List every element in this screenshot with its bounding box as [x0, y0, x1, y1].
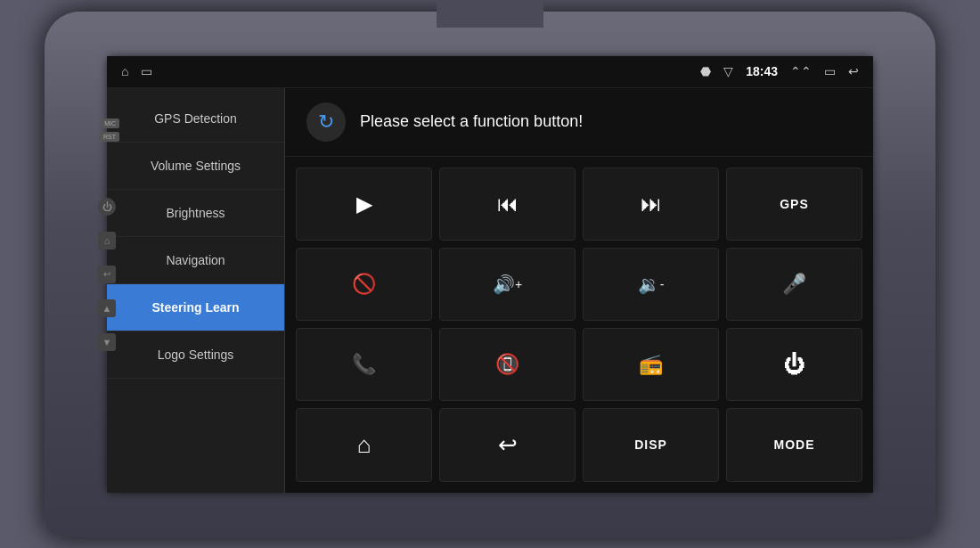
rst-label: RST — [100, 132, 119, 142]
main-content: GPS Detection Volume Settings Brightness… — [107, 88, 873, 493]
sidebar-item-navigation[interactable]: Navigation — [107, 237, 284, 284]
right-panel: ↻ Please select a function button! ▶ ⏮ ⏭… — [285, 88, 873, 493]
play-button[interactable]: ▶ — [296, 168, 432, 241]
back-icon[interactable]: ↩ — [848, 64, 859, 78]
vol-down-side-button[interactable]: ▼ — [98, 333, 116, 351]
sidebar-item-volume-settings[interactable]: Volume Settings — [107, 143, 284, 190]
panel-title: Please select a function button! — [360, 112, 583, 131]
back-side-button[interactable]: ↩ — [98, 266, 116, 283]
bluetooth-icon: ⬣ — [700, 64, 711, 78]
mute-button[interactable]: 🚫 — [296, 248, 432, 321]
home-button[interactable]: ⌂ — [296, 408, 432, 481]
chevron-up-icon: ⌃⌃ — [790, 64, 812, 78]
prev-button[interactable]: ⏮ — [439, 168, 576, 241]
button-grid: ▶ ⏮ ⏭ GPS 🚫 🔊+ 🔉- 🎤 📞 📵 📻 ⏻ ⌂ — [285, 157, 873, 493]
disp-button[interactable]: DISP — [583, 408, 719, 481]
sidebar-item-steering-learn[interactable]: Steering Learn — [107, 284, 284, 331]
home-side-button[interactable]: ⌂ — [98, 232, 116, 249]
status-left: ⌂ ▭ — [121, 64, 152, 78]
car-frame: ⌂ ▭ ⬣ ▽ 18:43 ⌃⌃ ▭ ↩ GPS Detection Volum… — [45, 12, 935, 537]
left-side-controls: ⏻ ⌂ ↩ ▲ ▼ — [98, 198, 116, 351]
radio-button[interactable]: 📻 — [583, 328, 719, 401]
status-bar: ⌂ ▭ ⬣ ▽ 18:43 ⌃⌃ ▭ ↩ — [107, 56, 873, 88]
sidebar-item-brightness[interactable]: Brightness — [107, 190, 284, 237]
mic-label: MIC — [101, 119, 119, 128]
home-icon[interactable]: ⌂ — [121, 64, 128, 78]
gps-button[interactable]: GPS — [726, 168, 862, 241]
status-right: ⬣ ▽ 18:43 ⌃⌃ ▭ ↩ — [700, 64, 859, 78]
clock: 18:43 — [746, 64, 778, 78]
sidebar-item-gps-detection[interactable]: GPS Detection — [107, 95, 284, 143]
vol-down-button[interactable]: 🔉- — [583, 248, 719, 321]
sidebar-item-logo-settings[interactable]: Logo Settings — [107, 331, 284, 379]
mode-button[interactable]: MODE — [726, 408, 862, 481]
power-button[interactable]: ⏻ — [726, 328, 862, 401]
wifi-icon: ▽ — [723, 64, 733, 78]
hangup-button[interactable]: 📵 — [439, 328, 576, 401]
rect-icon: ▭ — [824, 64, 836, 78]
vol-up-side-button[interactable]: ▲ — [98, 299, 116, 317]
back-nav-button[interactable]: ↩ — [439, 408, 576, 481]
power-side-button[interactable]: ⏻ — [98, 198, 116, 216]
refresh-button[interactable]: ↻ — [306, 102, 346, 142]
window-icon[interactable]: ▭ — [141, 64, 152, 78]
panel-header: ↻ Please select a function button! — [285, 88, 873, 157]
mic-button[interactable]: 🎤 — [726, 248, 862, 321]
next-button[interactable]: ⏭ — [583, 168, 719, 241]
screen-bezel: ⌂ ▭ ⬣ ▽ 18:43 ⌃⌃ ▭ ↩ GPS Detection Volum… — [107, 56, 873, 493]
phone-button[interactable]: 📞 — [296, 328, 432, 401]
vol-up-button[interactable]: 🔊+ — [439, 248, 576, 321]
sidebar: GPS Detection Volume Settings Brightness… — [107, 88, 285, 493]
